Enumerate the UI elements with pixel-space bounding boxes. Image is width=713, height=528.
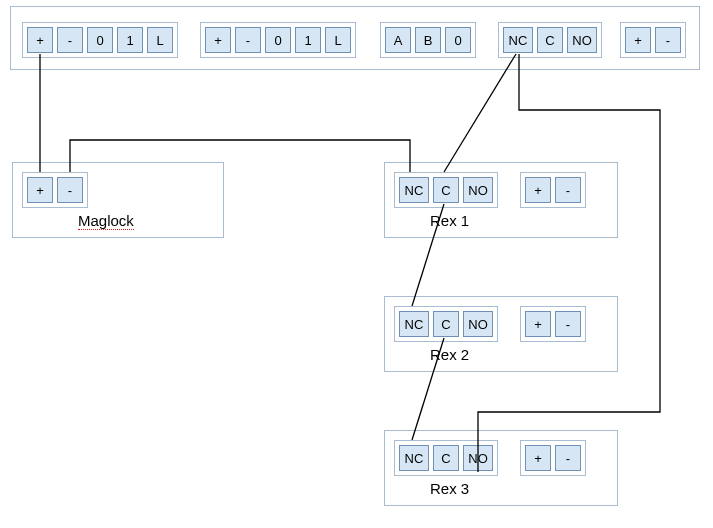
terminal: C [433,177,459,203]
rex1-label: Rex 1 [430,212,469,229]
terminal: 0 [87,27,113,53]
terminal: - [57,177,83,203]
terminal: NO [463,177,493,203]
terminal: L [325,27,351,53]
rex2-relay: NC C NO [394,306,498,342]
top-group-5: + - [620,22,686,58]
terminal: 1 [295,27,321,53]
terminal: B [415,27,441,53]
terminal: + [525,311,551,337]
terminal: NC [399,445,429,471]
terminal: - [555,311,581,337]
top-group-2: + - 0 1 L [200,22,356,58]
rex2-power: + - [520,306,586,342]
terminal: C [537,27,563,53]
terminal: NO [463,445,493,471]
rex1-power: + - [520,172,586,208]
top-group-1: + - 0 1 L [22,22,178,58]
terminal: NC [399,177,429,203]
terminal: C [433,311,459,337]
diagram-stage: + - 0 1 L + - 0 1 L A B 0 NC C NO + - + … [0,0,713,528]
terminal: - [57,27,83,53]
rex1-relay: NC C NO [394,172,498,208]
terminal: NO [463,311,493,337]
terminal: C [433,445,459,471]
terminal: - [555,445,581,471]
terminal: NC [399,311,429,337]
terminal: - [555,177,581,203]
rex3-label: Rex 3 [430,480,469,497]
terminal: + [525,177,551,203]
top-group-4: NC C NO [498,22,602,58]
maglock-label: Maglock [78,212,134,229]
terminal: + [27,27,53,53]
svg-line-1 [444,54,516,172]
rex3-power: + - [520,440,586,476]
terminal: NC [503,27,533,53]
terminal: L [147,27,173,53]
terminal: 1 [117,27,143,53]
maglock-terminals: + - [22,172,88,208]
terminal: A [385,27,411,53]
top-group-3: A B 0 [380,22,476,58]
terminal: + [27,177,53,203]
terminal: - [235,27,261,53]
terminal: + [625,27,651,53]
terminal: NO [567,27,597,53]
terminal: 0 [265,27,291,53]
terminal: + [205,27,231,53]
terminal: 0 [445,27,471,53]
terminal: - [655,27,681,53]
terminal: + [525,445,551,471]
rex3-relay: NC C NO [394,440,498,476]
rex2-label: Rex 2 [430,346,469,363]
